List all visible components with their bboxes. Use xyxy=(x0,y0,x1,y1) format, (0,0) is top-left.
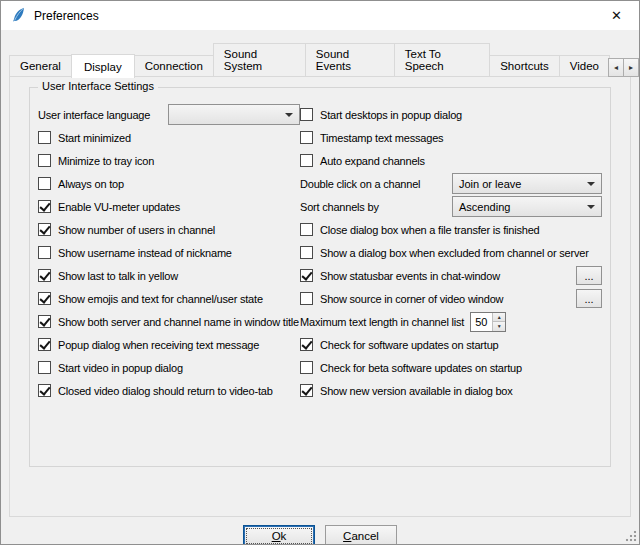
checkbox-row[interactable]: Check for software updates on startup xyxy=(300,333,602,356)
spin-up-icon[interactable]: ▲ xyxy=(493,313,505,322)
checkbox-row[interactable]: Show username instead of nickname xyxy=(38,241,300,264)
statusbar-events-row[interactable]: Show statusbar events in chat-window ... xyxy=(300,264,602,287)
footer: Ok Cancel xyxy=(1,525,639,545)
checkbox-label: Check for software updates on startup xyxy=(320,339,498,351)
checkbox-row[interactable]: Close dialog box when a file transfer is… xyxy=(300,218,602,241)
checkbox-label: Start video in popup dialog xyxy=(58,362,183,374)
max-text-length-label: Maximum text length in channel list xyxy=(300,316,464,328)
checkbox-row[interactable]: Start video in popup dialog xyxy=(38,356,300,379)
chevron-down-icon xyxy=(587,182,595,186)
checkbox[interactable] xyxy=(300,108,313,121)
checkbox-row[interactable]: Show last to talk in yellow xyxy=(38,264,300,287)
resize-grip[interactable] xyxy=(624,529,637,542)
checkbox[interactable] xyxy=(38,338,51,351)
tab-general[interactable]: General xyxy=(9,55,72,77)
checkbox[interactable] xyxy=(300,361,313,374)
checkbox-row[interactable]: Check for beta software updates on start… xyxy=(300,356,602,379)
checkbox-label: Show number of users in channel xyxy=(58,224,215,236)
checkbox[interactable] xyxy=(300,384,313,397)
checkbox[interactable] xyxy=(38,269,51,282)
checkbox-label: Show emojis and text for channel/user st… xyxy=(58,293,263,305)
max-text-length-spinner[interactable]: 50 ▲ ▼ xyxy=(470,312,506,332)
window-title: Preferences xyxy=(34,9,99,23)
sort-channels-label: Sort channels by xyxy=(300,201,379,213)
ok-button[interactable]: Ok xyxy=(243,525,315,545)
sort-channels-select[interactable]: Ascending xyxy=(452,196,602,217)
checkbox[interactable] xyxy=(38,246,51,259)
checkbox[interactable] xyxy=(300,223,313,236)
group-title: User Interface Settings xyxy=(38,80,158,92)
checkbox[interactable] xyxy=(300,269,313,282)
checkbox-row[interactable]: Show number of users in channel xyxy=(38,218,300,241)
language-select[interactable] xyxy=(168,104,300,125)
tab-text-to-speech[interactable]: Text To Speech xyxy=(394,43,490,77)
checkbox-label: Closed video dialog should return to vid… xyxy=(58,385,273,397)
max-text-length-value[interactable]: 50 xyxy=(471,313,492,331)
tab-scroll-left-icon[interactable]: ◂ xyxy=(608,58,624,77)
chevron-down-icon xyxy=(587,205,595,209)
checkbox-row[interactable]: Start minimized xyxy=(38,126,300,149)
checkbox[interactable] xyxy=(38,292,51,305)
checkbox[interactable] xyxy=(38,315,51,328)
checkbox-label: Show statusbar events in chat-window xyxy=(320,270,500,282)
tab-sound-events[interactable]: Sound Events xyxy=(305,43,395,77)
checkbox-label: Start minimized xyxy=(58,132,131,144)
checkbox-row[interactable]: Show emojis and text for channel/user st… xyxy=(38,287,300,310)
checkbox-label: Show username instead of nickname xyxy=(58,247,232,259)
sort-channels-row: Sort channels by Ascending xyxy=(300,195,602,218)
checkbox-row[interactable]: Show a dialog box when excluded from cha… xyxy=(300,241,602,264)
display-tab-pane: User Interface Settings User interface l… xyxy=(9,76,631,517)
checkbox-label: Minimize to tray icon xyxy=(58,155,154,167)
double-click-select[interactable]: Join or leave xyxy=(452,173,602,194)
statusbar-events-ellipsis-button[interactable]: ... xyxy=(576,266,602,285)
checkbox-row[interactable]: Enable VU-meter updates xyxy=(38,195,300,218)
checkbox[interactable] xyxy=(38,177,51,190)
checkbox-row[interactable]: Start desktops in popup dialog xyxy=(300,103,602,126)
checkbox[interactable] xyxy=(38,361,51,374)
cancel-button-label: Cancel xyxy=(343,530,379,542)
language-label: User interface language xyxy=(38,109,150,121)
tab-connection[interactable]: Connection xyxy=(134,55,214,77)
checkbox-label: Enable VU-meter updates xyxy=(58,201,180,213)
preferences-dialog: { "window": { "title": "Preferences" }, … xyxy=(0,0,640,545)
checkbox[interactable] xyxy=(300,131,313,144)
cancel-button[interactable]: Cancel xyxy=(325,525,397,545)
checkbox-row[interactable]: Show new version available in dialog box xyxy=(300,379,602,402)
close-button[interactable]: ✕ xyxy=(594,1,639,30)
checkbox[interactable] xyxy=(300,292,313,305)
spin-down-icon[interactable]: ▼ xyxy=(493,321,505,331)
checkbox-row[interactable]: Closed video dialog should return to vid… xyxy=(38,379,300,402)
tab-shortcuts[interactable]: Shortcuts xyxy=(489,55,560,77)
video-source-ellipsis-button[interactable]: ... xyxy=(576,289,602,308)
ok-button-label: Ok xyxy=(272,530,287,542)
checkbox[interactable] xyxy=(38,223,51,236)
sort-channels-select-value: Ascending xyxy=(459,201,510,213)
checkbox-label: Show a dialog box when excluded from cha… xyxy=(320,247,589,259)
checkbox[interactable] xyxy=(300,338,313,351)
checkbox-row[interactable]: Popup dialog when receiving text message xyxy=(38,333,300,356)
tab-bar: General Display Connection Sound System … xyxy=(1,43,639,77)
checkbox-label: Close dialog box when a file transfer is… xyxy=(320,224,540,236)
tab-display[interactable]: Display xyxy=(71,54,135,78)
checkbox[interactable] xyxy=(38,131,51,144)
chevron-down-icon xyxy=(285,113,293,117)
tab-scroll-right-icon[interactable]: ▸ xyxy=(623,58,639,77)
titlebar[interactable]: Preferences ✕ xyxy=(1,1,639,30)
checkbox-label: Show last to talk in yellow xyxy=(58,270,178,282)
checkbox-label: Show source in corner of video window xyxy=(320,293,503,305)
tab-video[interactable]: Video xyxy=(559,55,610,77)
checkbox-label: Auto expand channels xyxy=(320,155,425,167)
checkbox-label: Timestamp text messages xyxy=(320,132,443,144)
checkbox-row[interactable]: Timestamp text messages xyxy=(300,126,602,149)
checkbox[interactable] xyxy=(38,200,51,213)
tab-sound-system[interactable]: Sound System xyxy=(213,43,306,77)
checkbox[interactable] xyxy=(38,154,51,167)
checkbox-row[interactable]: Always on top xyxy=(38,172,300,195)
checkbox[interactable] xyxy=(300,154,313,167)
checkbox-row[interactable]: Auto expand channels xyxy=(300,149,602,172)
checkbox-row[interactable]: Minimize to tray icon xyxy=(38,149,300,172)
checkbox-row[interactable]: Show both server and channel name in win… xyxy=(38,310,300,333)
video-source-row[interactable]: Show source in corner of video window ..… xyxy=(300,287,602,310)
checkbox[interactable] xyxy=(38,384,51,397)
checkbox[interactable] xyxy=(300,246,313,259)
